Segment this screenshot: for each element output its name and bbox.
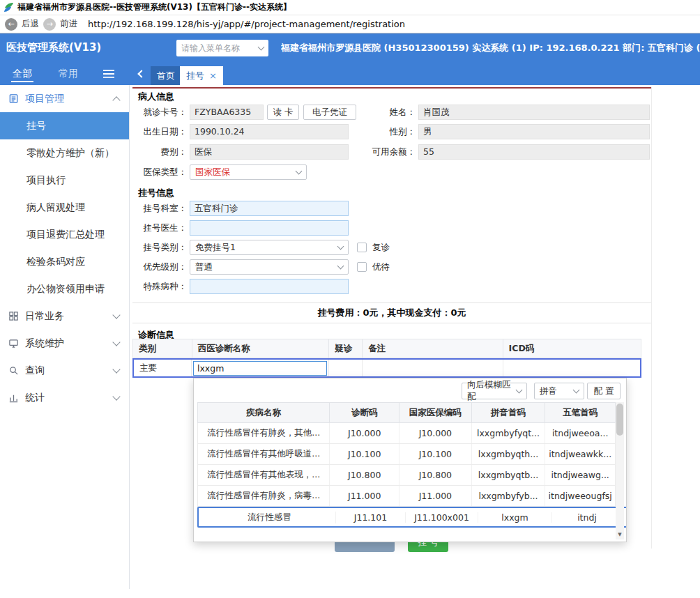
chevron-down-icon (258, 44, 265, 51)
config-button[interactable]: 配 置 (587, 383, 621, 399)
pinyin-mode-select[interactable]: 拼音 (534, 383, 584, 399)
privilege-label: 优待 (372, 259, 390, 275)
sidebar-item-office-supplies[interactable]: 办公物资领用申请 (0, 275, 129, 302)
sidebar-item-project-execution[interactable]: 项目执行 (0, 167, 129, 194)
chevron-down-icon (112, 311, 120, 319)
sidebar-group-query[interactable]: 查询 (0, 357, 129, 384)
card-no-field[interactable]: FZYBAA6335 (190, 105, 264, 120)
col-diagnosis-name: 西医诊断名称 (192, 339, 329, 358)
popup-scrollbar[interactable]: ▼ (616, 402, 624, 539)
disease-option-row[interactable]: 流行性感冒伴有肺炎，其他... J10.000 J10.000 lxxgmbyf… (197, 423, 616, 444)
diagnosis-table-header: 类别 西医诊断名称 疑诊 备注 ICD码 (132, 339, 641, 358)
back-label[interactable]: 后退 (22, 18, 39, 30)
tab-registration[interactable]: 挂号 × (180, 66, 223, 85)
disease-name-cell: 流行性感冒 (204, 512, 336, 523)
special-disease-field[interactable] (190, 279, 349, 294)
e-certificate-button[interactable]: 电子凭证 (303, 105, 356, 120)
col-pinyin-code: 拼音首码 (472, 403, 546, 422)
sidebar-group-statistics[interactable]: 统计 (0, 384, 129, 411)
panel-right-border (651, 87, 652, 549)
diagnosis-type-cell[interactable]: 主要 (134, 360, 192, 376)
doctor-field[interactable] (190, 220, 349, 236)
insurance-code-cell: J10.000 (400, 423, 472, 443)
reg-type-select[interactable]: 免费挂号1 (190, 240, 349, 255)
remark-cell (363, 360, 503, 376)
clipboard-icon (8, 93, 19, 104)
sidebar-group-system-maintenance[interactable]: 系统维护 (0, 330, 129, 357)
close-icon[interactable]: × (209, 71, 217, 80)
menu-collapse-icon[interactable] (103, 70, 114, 78)
diagnosis-search-input[interactable] (193, 361, 327, 376)
dept-field[interactable]: 五官科门诊 (190, 201, 349, 216)
diagnosis-code-cell: J10.100 (330, 444, 400, 464)
chevron-down-icon (112, 365, 120, 373)
sidebar-item-refund-summary[interactable]: 项目退费汇总处理 (0, 221, 129, 248)
revisit-checkbox[interactable] (357, 243, 367, 252)
chevron-up-icon (112, 96, 120, 104)
chevron-down-icon (573, 387, 580, 394)
wubi-code-cell: itndj (552, 512, 622, 523)
sidebar-group-label: 系统维护 (25, 337, 64, 350)
insurance-code-cell: J11.100x001 (406, 512, 478, 523)
chevron-down-icon (337, 263, 344, 270)
insurance-type-select[interactable]: 国家医保 (190, 164, 307, 180)
col-disease-name: 疾病名称 (198, 403, 330, 422)
tab-scroll-left-icon[interactable] (137, 70, 145, 77)
accent-divider (132, 87, 651, 89)
disease-option-row[interactable]: 流行性感冒伴有肺炎，病毒... J11.000 J11.000 lxxgmbyf… (197, 486, 616, 507)
scrollbar-thumb[interactable] (616, 404, 623, 436)
wubi-code-cell: itndjweawg... (545, 465, 615, 485)
privilege-checkbox[interactable] (357, 262, 367, 272)
back-icon[interactable]: ← (5, 18, 17, 31)
address-bar[interactable]: http://192.168.199.128/his-yj/app/#/proj… (88, 19, 405, 29)
disease-table-header: 疾病名称 诊断码 国家医保编码 拼音首码 五笔首码 (197, 402, 616, 423)
diagnosis-code-cell: J10.000 (330, 423, 400, 443)
sidebar-item-prescription-maintenance[interactable]: 零散处方维护（新） (0, 139, 129, 167)
scroll-down-icon[interactable]: ▼ (616, 530, 624, 539)
pinyin-code-cell: lxxgmbyqtb... (472, 465, 546, 485)
sidebar-group-label: 统计 (25, 392, 45, 404)
wubi-code-cell: itndjweeoa... (545, 423, 615, 443)
forward-label[interactable]: 前进 (60, 18, 77, 30)
pinyin-code-cell: lxxgmbyfyb... (472, 486, 546, 506)
col-icd: ICD码 (503, 339, 641, 358)
disease-name-cell: 流行性感冒伴有其他表现，... (198, 465, 330, 485)
match-mode-select[interactable]: 向后模糊匹配 (462, 383, 527, 399)
diagnosis-code-cell: J11.000 (330, 486, 400, 506)
filter-tab-common[interactable]: 常用 (59, 63, 78, 85)
monitor-icon (8, 338, 19, 348)
grid-icon (8, 311, 19, 321)
read-card-button[interactable]: 读 卡 (267, 105, 299, 120)
disease-name-cell: 流行性感冒伴有肺炎，病毒... (198, 486, 330, 506)
main-content: 病人信息 就诊卡号： FZYBAA6335 读 卡 电子凭证 姓名： 肖国茂 出… (130, 85, 700, 598)
sidebar-group-daily-business[interactable]: 日常业务 (0, 302, 129, 330)
balance-label: 可用余额： (360, 144, 416, 160)
menu-search-input[interactable] (176, 40, 254, 56)
sidebar-filter-tabs: 全部 常用 (0, 63, 130, 85)
app-logo-icon (3, 2, 14, 13)
filter-tab-all[interactable]: 全部 (13, 63, 32, 85)
diagnosis-row[interactable]: 主要 (132, 358, 641, 378)
menu-search-box[interactable] (176, 40, 268, 56)
sidebar-item-patient-observation[interactable]: 病人留观处理 (0, 194, 129, 221)
patient-section-title: 病人信息 (138, 91, 174, 103)
browser-navbar: ← 后退 → 前进 http://192.168.199.128/his-yj/… (0, 15, 700, 33)
tab-home[interactable]: 首页 (151, 66, 181, 85)
chevron-down-icon (112, 392, 120, 400)
disease-option-row[interactable]: 流行性感冒伴有其他呼吸道... J10.100 J10.100 lxxgmbyq… (197, 444, 616, 465)
sidebar-item-registration[interactable]: 挂号 (0, 112, 129, 139)
disease-name-cell: 流行性感冒伴有肺炎，其他... (198, 423, 330, 443)
disease-option-row[interactable]: 流行性感冒伴有其他表现，... J10.800 J10.800 lxxgmbyq… (197, 465, 616, 486)
fee-summary-text: 挂号费用：0元，其中现金支付：0元 (317, 307, 466, 319)
sidebar-item-barcode-mapping[interactable]: 检验条码对应 (0, 248, 129, 275)
forward-icon[interactable]: → (43, 18, 56, 31)
sidebar: 项目管理 挂号 零散处方维护（新） 项目执行 病人留观处理 项目退费汇总处理 检… (0, 85, 130, 589)
disease-option-row-selected[interactable]: 流行性感冒 J11.101 J11.100x001 lxxgm itndj (197, 507, 627, 528)
col-wubi-code: 五笔首码 (545, 403, 615, 422)
reg-type-label: 挂号类别： (130, 240, 187, 255)
priority-select[interactable]: 普通 (190, 259, 349, 275)
fee-type-field: 医保 (190, 144, 349, 160)
sidebar-group-project-management[interactable]: 项目管理 (0, 85, 129, 112)
balance-field: 55 (418, 144, 650, 160)
diagnosis-name-cell (192, 360, 329, 376)
